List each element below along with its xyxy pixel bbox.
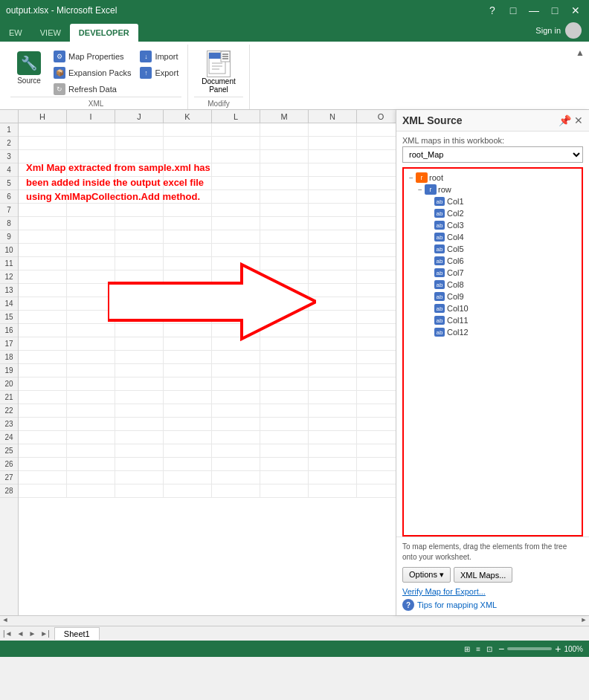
cell[interactable] — [19, 324, 67, 337]
cell[interactable] — [115, 217, 164, 230]
cell[interactable] — [212, 137, 260, 150]
help-button[interactable]: ? — [485, 4, 500, 16]
table-row[interactable] — [19, 444, 396, 458]
cell[interactable] — [19, 458, 67, 471]
cell[interactable] — [260, 230, 309, 244]
cell[interactable] — [309, 204, 357, 217]
cell[interactable] — [309, 351, 357, 364]
source-button[interactable]: 🔧 Source — [10, 48, 48, 88]
cell[interactable] — [212, 244, 260, 257]
cell[interactable] — [164, 244, 212, 257]
cell[interactable] — [212, 444, 260, 458]
refresh-data-button[interactable]: ↻ Refresh Data — [51, 82, 134, 97]
cell[interactable] — [67, 485, 115, 498]
cell[interactable] — [357, 485, 396, 498]
cell[interactable] — [115, 364, 164, 377]
table-row[interactable] — [19, 418, 396, 431]
cell[interactable] — [212, 190, 260, 204]
cell[interactable] — [19, 137, 67, 150]
cell[interactable] — [19, 204, 67, 217]
cell[interactable] — [212, 351, 260, 364]
cell[interactable] — [309, 217, 357, 230]
cell[interactable] — [309, 244, 357, 257]
cell[interactable] — [164, 404, 212, 418]
cell[interactable] — [164, 485, 212, 498]
cell[interactable] — [212, 364, 260, 377]
cell[interactable] — [260, 137, 309, 150]
cell[interactable] — [260, 444, 309, 458]
cell[interactable] — [115, 137, 164, 150]
cell[interactable] — [19, 471, 67, 485]
cell[interactable] — [212, 418, 260, 431]
cell[interactable] — [115, 204, 164, 217]
table-row[interactable] — [19, 137, 396, 150]
cell[interactable] — [309, 458, 357, 471]
tree-item-col10[interactable]: ab Col10 — [404, 302, 582, 314]
cell[interactable] — [67, 137, 115, 150]
cell[interactable] — [67, 458, 115, 471]
scroll-left-button[interactable]: ◄ — [0, 616, 10, 626]
cell[interactable] — [115, 471, 164, 485]
cell[interactable] — [260, 377, 309, 391]
cell[interactable] — [212, 230, 260, 244]
cell[interactable] — [260, 418, 309, 431]
cell[interactable] — [357, 297, 396, 311]
tree-item-col5[interactable]: ab Col5 — [404, 243, 582, 255]
cell[interactable] — [164, 391, 212, 404]
table-row[interactable] — [19, 204, 396, 217]
cell[interactable] — [67, 418, 115, 431]
tab-view[interactable]: VIEW — [31, 24, 70, 42]
import-button[interactable]: ↓ Import — [137, 49, 181, 64]
cell[interactable] — [67, 391, 115, 404]
cell[interactable] — [260, 485, 309, 498]
table-row[interactable] — [19, 364, 396, 377]
cell[interactable] — [357, 391, 396, 404]
cell[interactable] — [357, 364, 396, 377]
restore-button[interactable]: □ — [506, 4, 521, 16]
cell[interactable] — [164, 471, 212, 485]
cell[interactable] — [357, 404, 396, 418]
table-row[interactable] — [19, 404, 396, 418]
xml-maps-button[interactable]: XML Maps... — [454, 567, 512, 583]
cell[interactable] — [115, 244, 164, 257]
cell[interactable] — [357, 163, 396, 177]
map-properties-button[interactable]: ⚙ Map Properties — [51, 49, 134, 64]
tree-toggle-row[interactable]: − — [416, 186, 425, 194]
cell[interactable] — [67, 471, 115, 485]
cell[interactable] — [164, 230, 212, 244]
cell[interactable] — [67, 431, 115, 444]
cell[interactable] — [115, 418, 164, 431]
cell[interactable] — [309, 418, 357, 431]
cell[interactable] — [164, 444, 212, 458]
tree-item-col11[interactable]: ab Col11 — [404, 314, 582, 326]
cell[interactable] — [115, 351, 164, 364]
zoom-out-button[interactable]: − — [498, 643, 504, 655]
cell[interactable] — [260, 150, 309, 163]
cell[interactable] — [67, 444, 115, 458]
cell[interactable] — [19, 311, 67, 324]
table-row[interactable] — [19, 485, 396, 498]
cell[interactable] — [19, 404, 67, 418]
tree-item-col9[interactable]: ab Col9 — [404, 291, 582, 302]
cell[interactable] — [357, 324, 396, 337]
cell[interactable] — [164, 137, 212, 150]
cell[interactable] — [260, 123, 309, 137]
cell[interactable] — [19, 364, 67, 377]
cell[interactable] — [67, 244, 115, 257]
cell[interactable] — [115, 230, 164, 244]
cell[interactable] — [212, 217, 260, 230]
cell[interactable] — [357, 458, 396, 471]
cell[interactable] — [309, 230, 357, 244]
cell[interactable] — [164, 377, 212, 391]
sheet-nav-first[interactable]: |◄ — [3, 629, 13, 638]
cell[interactable] — [115, 123, 164, 137]
cell[interactable] — [19, 284, 67, 297]
cell[interactable] — [260, 364, 309, 377]
cell[interactable] — [212, 431, 260, 444]
cell[interactable] — [115, 485, 164, 498]
sheet-nav-next[interactable]: ► — [28, 629, 36, 638]
cell[interactable] — [260, 391, 309, 404]
tree-item-col1[interactable]: ab Col1 — [404, 195, 582, 207]
cell[interactable] — [357, 351, 396, 364]
cell[interactable] — [357, 204, 396, 217]
